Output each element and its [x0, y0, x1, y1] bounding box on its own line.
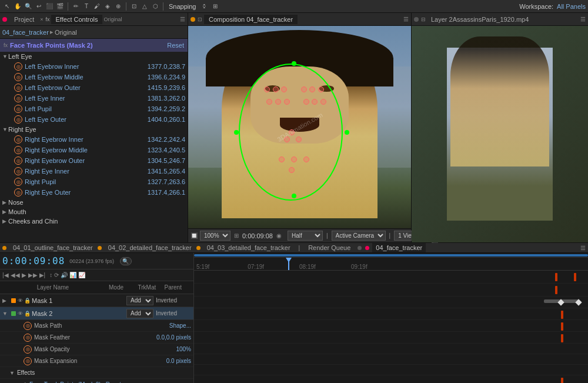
- track-left-eyebrow-outer: ◎ Left Eyebrow Outer 1415.9,239.6: [0, 82, 188, 93]
- label-left-pupil: Left Pupil: [25, 105, 52, 112]
- sub-row-effects: ▼ Effects: [0, 367, 193, 379]
- transport-next[interactable]: ▶|: [39, 272, 46, 278]
- eye-mask1[interactable]: 👁: [18, 298, 23, 304]
- snapping-icon[interactable]: ⧲: [200, 2, 209, 11]
- sub-row-mask-feather: ◎ Mask Feather 0.0,0.0 pixels: [0, 332, 193, 344]
- track-row-feather: [194, 308, 588, 320]
- tl-menu-btn[interactable]: ☰: [580, 245, 586, 251]
- group-left-eye[interactable]: ▼ Left Eye: [0, 52, 188, 61]
- transport-prev[interactable]: |◀: [2, 272, 9, 278]
- expand-mask2[interactable]: ▼: [2, 311, 9, 317]
- layer-tabs: ⊟ Layer 2AssassinsParis_1920.mp4 ☰: [412, 13, 588, 26]
- snapping-icon2[interactable]: ⊞: [211, 2, 220, 11]
- tab-comp-04[interactable]: Composition 04_face_tracker: [204, 15, 298, 24]
- nose-label: Nose: [8, 199, 24, 206]
- group-nose[interactable]: ▶ Nose: [0, 198, 188, 207]
- sub-icon-expansion: ◎: [24, 357, 32, 365]
- layer-person: [450, 36, 549, 166]
- cam-icon: ◉: [276, 232, 282, 239]
- tool-icon-1[interactable]: ↖: [2, 2, 12, 11]
- tab-render-queue[interactable]: Render Queue: [305, 243, 354, 252]
- tool-clone[interactable]: ◈: [103, 2, 112, 11]
- tab-02-detailed[interactable]: 04_02_detailed_face_tracker: [105, 243, 195, 252]
- group-mouth[interactable]: ▶ Mouth: [0, 207, 188, 217]
- lock-mask1[interactable]: 🔒: [24, 298, 31, 304]
- layer-menu-btn[interactable]: ☰: [580, 16, 586, 22]
- val-left-eye-inner: 1381.3,262.0: [148, 95, 185, 102]
- transport-play[interactable]: ▶: [22, 272, 26, 278]
- name-mask2: Mask 2: [32, 310, 126, 317]
- triangle-nose: ▶: [2, 199, 8, 205]
- sub-row-mask-expansion: ◎ Mask Expansion 0.0 pixels: [0, 355, 193, 367]
- label-left-eyebrow-outer: Left Eyebrow Outer: [25, 84, 81, 91]
- track-row-opacity: [194, 320, 588, 332]
- track-icon-12: ◎: [14, 188, 22, 197]
- tool-puppet[interactable]: ⊕: [113, 2, 123, 11]
- group-cheeks[interactable]: ▶ Cheeks and Chin: [0, 217, 188, 226]
- view-select[interactable]: Active Camera: [332, 231, 386, 241]
- tool-icon-3[interactable]: 🔍: [24, 2, 33, 11]
- track-icon-1: ◎: [14, 62, 22, 71]
- group-right-eye[interactable]: ▼ Right Eye: [0, 125, 188, 134]
- tool-icon-6[interactable]: 🎬: [55, 2, 65, 11]
- tab-03-detailed[interactable]: 04_03_detailed_face_tracker: [203, 243, 294, 252]
- tab-01-outline[interactable]: 04_01_outline_face_tracker: [9, 243, 96, 252]
- workspace-label: Workspace:: [519, 3, 553, 10]
- tdot-mouth-1: [279, 156, 285, 162]
- audio-btn[interactable]: 🔊: [61, 272, 68, 278]
- kf-anchor: [561, 378, 563, 383]
- comp-panel-close: [191, 17, 195, 22]
- tab-effect-controls[interactable]: Effect Controls: [51, 15, 103, 24]
- pipe-sep: |: [326, 232, 328, 239]
- tdot-6: [320, 99, 326, 105]
- tl-tab-dot-1: [2, 246, 6, 250]
- tool-pen[interactable]: ✏: [71, 2, 81, 11]
- comp-image: 3DAnimation.com: [188, 26, 411, 228]
- mouth-label: Mouth: [8, 208, 26, 215]
- graph-btn[interactable]: 📈: [78, 272, 85, 278]
- tdot-4: [303, 99, 309, 105]
- chart-btn[interactable]: 📊: [69, 272, 76, 278]
- tool-icon-4[interactable]: ↩: [34, 2, 44, 11]
- tool-icon-2[interactable]: ✋: [13, 2, 22, 11]
- tool-shape[interactable]: △: [140, 2, 149, 11]
- quality-select[interactable]: Half Full Quarter: [288, 231, 323, 241]
- tool-icon-5[interactable]: ⬛: [45, 2, 54, 11]
- tab-project[interactable]: Project: [9, 15, 39, 24]
- comp-menu-btn[interactable]: ☰: [403, 16, 409, 22]
- tool-text[interactable]: T: [82, 2, 91, 11]
- tab-04-face[interactable]: 04_face_tracker: [372, 243, 426, 252]
- tl-playhead[interactable]: [288, 258, 289, 270]
- eye-mask2[interactable]: 👁: [18, 311, 23, 317]
- track-left-eye-inner: ◎ Left Eye Inner 1381.3,262.0: [0, 93, 188, 104]
- panel-menu-btn[interactable]: ☰: [180, 16, 185, 22]
- track-icon-10: ◎: [14, 167, 22, 175]
- tl-layers: ▶ 👁 🔒 Mask 1 Add Inverted ▼: [0, 294, 193, 383]
- expand-mask1[interactable]: ▶: [2, 298, 9, 304]
- tab-layer[interactable]: Layer 2AssassinsParis_1920.mp4: [427, 15, 532, 24]
- mode-dropdown-mask1[interactable]: Add: [126, 296, 153, 305]
- tool-roto[interactable]: ⬡: [151, 2, 160, 11]
- tl-timecode[interactable]: 0:00:09:08: [2, 255, 65, 267]
- transport-back[interactable]: ◀◀: [11, 272, 20, 278]
- effects-triangle[interactable]: ▼: [9, 370, 15, 376]
- layer-image: [412, 26, 588, 242]
- lock-mask2[interactable]: 🔒: [24, 311, 31, 317]
- loop-btn[interactable]: ⟳: [54, 272, 59, 278]
- green-dot-top: [292, 61, 296, 66]
- reset-button[interactable]: Reset: [167, 42, 184, 49]
- mode-dropdown-mask2[interactable]: Add: [126, 309, 153, 318]
- transport-fwd[interactable]: ▶▶: [28, 272, 38, 278]
- solo-btn[interactable]: ↕: [49, 272, 52, 278]
- tl-search-btn[interactable]: 🔍: [120, 257, 132, 265]
- zoom-select[interactable]: 100% 50% 200%: [200, 231, 230, 241]
- track-right-eyebrow-middle: ◎ Right Eyebrow Middle 1323.4,240.5: [0, 145, 188, 155]
- val-right-eyebrow-outer: 1304.5,246.7: [148, 157, 185, 164]
- sub-val-feather: 0.0,0.0 pixels: [156, 334, 191, 341]
- track-left-pupil: ◎ Left Pupil 1394.2,259.2: [0, 104, 188, 114]
- name-mask1: Mask 1: [32, 297, 126, 304]
- tool-align[interactable]: ⊡: [129, 2, 139, 11]
- sub-icon-feather: ◎: [24, 334, 32, 342]
- kf-expansion: [561, 334, 563, 342]
- tool-brush[interactable]: 🖌: [92, 2, 102, 11]
